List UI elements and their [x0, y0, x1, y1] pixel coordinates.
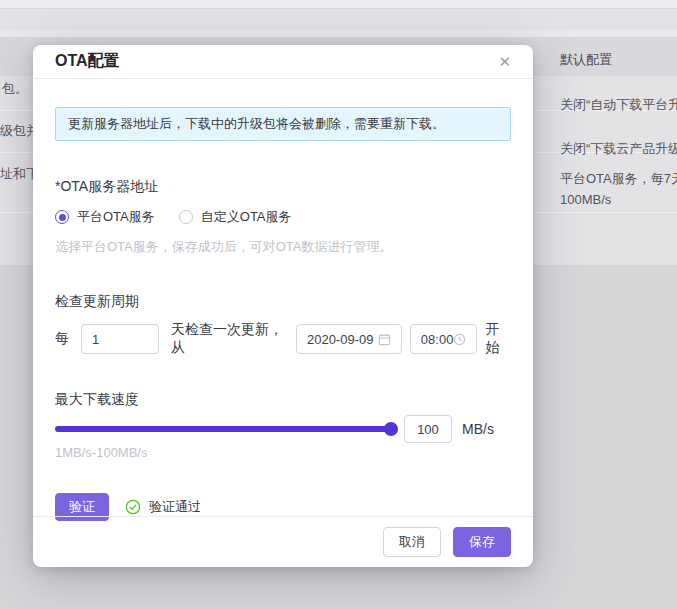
speed-input[interactable] [404, 415, 452, 443]
verify-status: 验证通过 [125, 498, 201, 516]
verify-status-text: 验证通过 [149, 498, 201, 516]
bg-cell-text: 关闭“自动下载平台升 [560, 96, 677, 114]
period-middle: 天检查一次更新，从 [171, 321, 286, 357]
radio-selected-icon[interactable] [55, 210, 69, 224]
check-circle-icon [125, 499, 141, 515]
info-alert: 更新服务器地址后，下载中的升级包将会被删除，需要重新下载。 [55, 107, 511, 141]
dialog-header: OTA配置 ✕ [33, 45, 533, 79]
clock-icon [453, 333, 466, 346]
radio-platform-ota[interactable]: 平台OTA服务 [55, 208, 155, 226]
slider-fill [55, 426, 391, 432]
server-address-help: 选择平台OTA服务，保存成功后，可对OTA数据进行管理。 [55, 238, 511, 256]
server-address-label: *OTA服务器地址 [55, 178, 511, 196]
speed-unit: MB/s [462, 421, 494, 437]
bg-cell-text: 100MB/s [560, 192, 611, 207]
save-button[interactable]: 保存 [453, 527, 511, 557]
dialog-footer: 取消 保存 [33, 516, 533, 567]
radio-unselected-icon[interactable] [179, 210, 193, 224]
radio-label: 自定义OTA服务 [201, 208, 292, 226]
bg-cell-text: 包。 [2, 80, 28, 98]
days-input[interactable] [81, 324, 159, 354]
period-suffix: 开始 [485, 321, 511, 357]
close-icon[interactable]: ✕ [498, 54, 511, 69]
max-speed-row: MB/s [55, 415, 511, 443]
cancel-button[interactable]: 取消 [383, 527, 441, 557]
slider-handle[interactable] [384, 422, 398, 436]
radio-label: 平台OTA服务 [77, 208, 155, 226]
date-picker[interactable]: 2020-09-09 [296, 324, 402, 354]
bg-top-band [0, 0, 677, 8]
max-speed-slider[interactable] [55, 415, 391, 443]
check-period-label: 检查更新周期 [55, 293, 511, 311]
check-period-row: 每 天检查一次更新，从 2020-09-09 08:00 [55, 321, 511, 357]
date-value: 2020-09-09 [307, 332, 374, 347]
bg-spacer-band [0, 30, 677, 37]
radio-dot [59, 214, 66, 221]
dialog-body: 更新服务器地址后，下载中的升级包将会被删除，需要重新下载。 *OTA服务器地址 … [33, 107, 533, 521]
ota-config-dialog: OTA配置 ✕ 更新服务器地址后，下载中的升级包将会被删除，需要重新下载。 *O… [33, 45, 533, 567]
dialog-title: OTA配置 [55, 51, 120, 72]
calendar-icon [378, 333, 391, 346]
speed-range-hint: 1MB/s-100MB/s [55, 445, 511, 460]
server-type-radio-group: 平台OTA服务 自定义OTA服务 [55, 208, 511, 226]
time-picker[interactable]: 08:00 [410, 324, 478, 354]
period-prefix: 每 [55, 330, 69, 348]
max-speed-label: 最大下载速度 [55, 391, 511, 409]
bg-cell-text: 平台OTA服务，每7天 [560, 170, 677, 188]
bg-cell-text: 关闭“下载云产品升级 [560, 140, 677, 158]
bg-toolbar-band [0, 8, 677, 30]
time-value: 08:00 [421, 332, 454, 347]
radio-custom-ota[interactable]: 自定义OTA服务 [179, 208, 292, 226]
bg-column-header: 默认配置 [560, 51, 612, 69]
